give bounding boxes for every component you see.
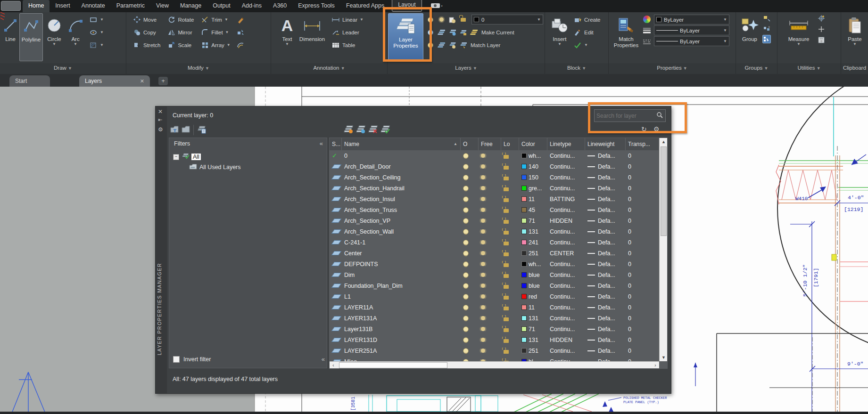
new-layer-icon[interactable] [343,125,354,136]
layer-unlock-icon[interactable] [501,185,519,191]
layer-on-bulb-icon[interactable] [461,164,479,170]
layer-linetype[interactable]: Continu... [547,293,585,300]
layer-freeze-sun-icon[interactable] [479,273,501,277]
layer-lineweight[interactable]: Defa... [585,348,626,354]
layer-name[interactable]: 0 [342,153,461,159]
rotate-button[interactable]: Rotate [167,13,194,26]
column-header-name[interactable]: Name▲ [342,138,461,150]
layer-color[interactable]: wh... [519,261,547,268]
column-header-color[interactable]: Color [519,138,547,150]
layer-lineweight[interactable]: Defa... [585,228,626,235]
layer-lineweight[interactable]: Defa... [585,272,626,278]
layer-transparency[interactable]: 0 [626,218,659,224]
layer-color[interactable]: 241 [519,239,547,246]
explode-button[interactable] [236,26,245,39]
layer-row-arch_section_ceiling[interactable]: Arch_Section_Ceiling150Continu...Defa...… [330,172,659,183]
layer-name[interactable]: Arch_Section_Wall [342,228,461,235]
layer-row-layer131a[interactable]: LAYER131A131Continu...Defa...0 [330,313,659,324]
layer-row-layer251a[interactable]: LAYER251A251Continu...Defa...0 [330,345,659,356]
column-header-linetype[interactable]: Linetype [547,138,585,150]
column-header-o[interactable]: O [461,138,479,150]
file-tab-start[interactable]: Start [9,75,50,87]
layer-unlock-icon[interactable] [501,228,519,235]
ribbon-tab-manage[interactable]: Manage [174,0,207,12]
layer-freeze-sun-icon[interactable] [479,251,501,255]
layer-lineweight[interactable]: Defa... [585,326,626,333]
layer-lineweight[interactable]: Defa... [585,196,626,203]
layer-lineweight[interactable]: Defa... [585,218,626,224]
layer-on-bulb-icon[interactable] [461,196,479,202]
layer-unlock-icon[interactable] [501,261,519,267]
scroll-down-icon[interactable]: ▼ [660,354,668,361]
autohide-pin-icon[interactable]: ⇤ [158,117,162,123]
layer-freeze-sun-icon[interactable] [479,316,501,320]
new-tab-button[interactable]: + [158,77,168,85]
layer-on-bulb-icon[interactable] [461,229,479,235]
layer-lineweight[interactable]: Defa... [585,174,626,181]
measure-dropdown-icon[interactable]: ▼ [797,42,801,46]
layer-freeze-sun-icon[interactable] [479,305,501,309]
leader-button[interactable]: Leader [331,26,364,39]
layer-name[interactable]: Arch_Detail_Door [342,163,461,170]
layer-unlock-icon[interactable] [501,315,519,321]
tree-item-all-used-layers[interactable]: All Used Layers [199,164,241,170]
layer-freeze-sun-icon[interactable] [479,338,501,342]
layer-lineweight[interactable]: Defa... [585,315,626,322]
filter-tree-all-used[interactable]: All Used Layers [189,163,241,171]
arc-tool-button[interactable]: Arc ▼ [66,13,85,61]
column-header-lineweight[interactable]: Lineweight [585,138,626,150]
layer-transparency[interactable]: 0 [626,207,659,213]
circle-dropdown-icon[interactable]: ▼ [52,42,56,46]
scroll-up-icon[interactable]: ▲ [660,138,668,146]
linetype-list-icon[interactable] [643,38,651,46]
layer-lineweight[interactable]: Defa... [585,207,626,213]
layer-unlock-icon[interactable] [501,174,519,180]
trim-button[interactable]: Trim▼ [200,13,230,26]
layer-lineweight[interactable]: Defa... [585,261,626,268]
id-point-icon[interactable] [817,14,826,23]
layer-color[interactable]: 150 [519,174,547,181]
insert-dropdown-icon[interactable]: ▼ [558,42,562,46]
layer-freeze-sun-icon[interactable] [479,327,501,331]
layer-name[interactable]: LAYER11A [342,304,461,311]
layer-stack-icon-1[interactable] [437,28,446,37]
dimension-tool-button[interactable]: Dimension [297,13,328,61]
layer-lineweight[interactable]: Defa... [585,250,626,257]
layer-lineweight[interactable]: Defa... [585,293,626,300]
polyline-tool-button[interactable]: Polyline [19,13,43,61]
measure-button[interactable]: Measure ▼ [785,13,812,61]
quick-calc-icon[interactable] [817,36,826,44]
layer-on-bulb-icon[interactable] [461,283,479,289]
layer-linetype[interactable]: CENTER [547,250,585,257]
panel-label-layers[interactable]: Layers ▼ [388,63,545,74]
panel-label-annotation[interactable]: Annotation ▼ [271,63,387,74]
panel-label-modify[interactable]: Modify ▼ [126,63,271,74]
layer-linetype[interactable]: Continu... [547,348,585,354]
layer-color[interactable]: 71 [519,218,547,224]
copy-button[interactable]: Copy [132,26,160,39]
layer-freeze-sun-icon[interactable] [479,240,501,244]
layer-on-bulb-icon[interactable] [461,305,479,310]
ribbon-tab-insert[interactable]: Insert [50,0,75,12]
delete-layer-icon[interactable] [368,125,378,136]
layer-color[interactable]: 131 [519,337,547,343]
layer-on-bulb-icon[interactable] [461,186,479,191]
layer-row-arch_section_vp[interactable]: Arch_Section_VP71HIDDENDefa...0 [330,215,659,226]
object-color-dropdown[interactable]: ByLayer▼ [654,15,729,24]
layer-linetype[interactable]: Continu... [547,261,585,268]
layer-linetype[interactable]: Continu... [547,174,585,181]
layer-unlock-icon[interactable] [501,163,519,170]
layer-unlock-stack-icon[interactable] [459,28,467,37]
invert-filter-checkbox[interactable] [173,356,180,363]
layer-row-arch_section_handrail[interactable]: Arch_Section_Handrailgre...Continu...Def… [330,183,659,194]
layer-name[interactable]: Arch_Section_Handrail [342,185,461,192]
layer-linetype[interactable]: Continu... [547,239,585,246]
table-button[interactable]: Table [331,39,364,51]
layer-linetype[interactable]: Continu... [547,315,585,322]
layer-row-center[interactable]: Center251CENTERDefa...0 [330,248,659,259]
column-header-free[interactable]: Free [479,138,501,150]
layer-unlock-icon[interactable] [501,239,519,245]
match-properties-button[interactable]: Match Properties [612,13,641,61]
move-button[interactable]: Move [132,13,160,26]
layer-linetype[interactable]: Continu... [547,153,585,159]
